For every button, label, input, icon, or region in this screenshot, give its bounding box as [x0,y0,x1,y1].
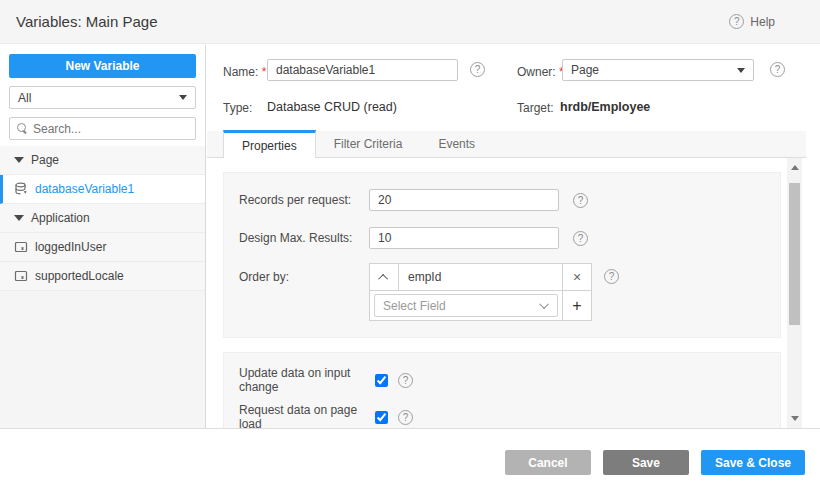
variables-sidebar: New Variable All Page databaseVariable1 … [0,45,206,428]
select-field-wrap: Select Field [370,291,562,320]
page-title: Variables: Main Page [16,13,157,30]
required-asterisk: * [262,65,267,79]
save-button[interactable]: Save [603,450,689,475]
order-by-widget: empId × Select Field + [369,263,592,321]
cancel-button[interactable]: Cancel [505,450,591,475]
target-value: hrdb/Employee [560,100,650,114]
design-max-results-input[interactable] [369,227,559,249]
scroll-up-arrow-icon[interactable] [787,160,802,175]
owner-help-icon[interactable] [770,62,785,77]
request-on-load-label: Request data on page load [239,403,375,428]
search-icon [17,123,28,134]
collapse-triangle-icon[interactable] [14,157,24,163]
tree-item-supportedlocale[interactable]: supportedLocale [0,262,205,291]
request-on-load-checkbox[interactable] [375,411,388,424]
tree-item-loggedinuser[interactable]: loggedInUser [0,233,205,262]
tree-item-label: loggedInUser [35,240,106,254]
help-label: Help [750,15,775,29]
collapse-triangle-icon[interactable] [14,215,24,221]
static-variable-icon [14,240,28,254]
owner-value: Page [571,63,599,77]
dialog-header: Variables: Main Page Help [0,0,820,44]
tree-group-application[interactable]: Application [0,204,205,233]
design-max-results-help-icon[interactable] [573,231,588,246]
scroll-down-arrow-icon[interactable] [787,411,802,426]
chevron-up-icon [378,273,388,283]
owner-select[interactable]: Page [562,59,754,81]
new-variable-button[interactable]: New Variable [9,54,196,78]
variable-search[interactable] [9,117,196,140]
order-by-field[interactable]: empId [399,264,562,290]
behavior-panel: Update data on input change Request data… [223,352,781,428]
order-by-label: Order by: [239,270,289,284]
variable-filter-select[interactable]: All [9,86,196,109]
help-link[interactable]: Help [729,14,775,29]
remove-field-button[interactable]: × [562,264,591,290]
editor-tabs: Properties Filter Criteria Events [207,131,806,158]
type-value: Database CRUD (read) [267,100,397,114]
variable-summary: Name: * Owner: * Page Type: Database CRU… [207,45,806,131]
select-field-dropdown[interactable]: Select Field [374,294,558,317]
tree-group-label: Page [31,153,59,167]
help-icon [729,14,744,29]
variable-editor: Name: * Owner: * Page Type: Database CRU… [207,45,806,428]
design-max-results-label: Design Max. Results: [239,231,369,245]
variable-filter-value: All [18,91,31,105]
tree-item-label: databaseVariable1 [35,182,134,196]
order-by-help-icon[interactable] [604,269,619,284]
update-on-input-checkbox[interactable] [375,374,388,387]
chevron-down-icon [179,95,187,100]
records-per-request-input[interactable] [369,189,559,211]
owner-label: Owner: * [517,65,564,79]
static-variable-icon [14,269,28,283]
tree-group-label: Application [31,211,90,225]
chevron-down-icon [737,68,745,73]
target-label: Target: [517,101,554,115]
search-input[interactable] [33,122,183,136]
vertical-scrollbar[interactable] [787,158,802,428]
properties-tab-content: Records per request: Design Max. Results… [207,158,806,428]
save-and-close-button[interactable]: Save & Close [701,450,805,475]
records-per-request-help-icon[interactable] [573,193,588,208]
add-field-row: Select Field + [370,291,591,320]
add-field-button[interactable]: + [562,291,591,320]
type-label: Type: [223,101,252,115]
order-by-row: empId × [370,264,591,291]
tab-filter-criteria[interactable]: Filter Criteria [316,130,421,157]
request-on-load-help-icon[interactable] [398,410,413,425]
sort-direction-button[interactable] [370,264,399,290]
tree-item-databasevariable1[interactable]: databaseVariable1 [0,175,205,204]
tree-item-label: supportedLocale [35,269,124,283]
variables-dialog: Variables: Main Page Help New Variable A… [0,0,820,490]
records-per-request-label: Records per request: [239,193,369,207]
tab-properties[interactable]: Properties [223,130,316,158]
update-on-input-label: Update data on input change [239,366,375,394]
name-help-icon[interactable] [470,62,485,77]
tab-events[interactable]: Events [420,130,493,157]
name-input[interactable] [267,59,458,81]
update-on-input-help-icon[interactable] [398,373,413,388]
scrollbar-thumb[interactable] [789,183,800,325]
sidebar-controls: New Variable All [0,45,205,146]
select-field-placeholder: Select Field [383,299,446,313]
dialog-footer: Cancel Save Save & Close [0,428,820,490]
database-variable-icon [14,182,28,196]
tree-group-page[interactable]: Page [0,146,205,175]
chevron-down-icon [539,299,549,309]
data-settings-panel: Records per request: Design Max. Results… [223,172,781,338]
name-label: Name: * [223,65,266,79]
